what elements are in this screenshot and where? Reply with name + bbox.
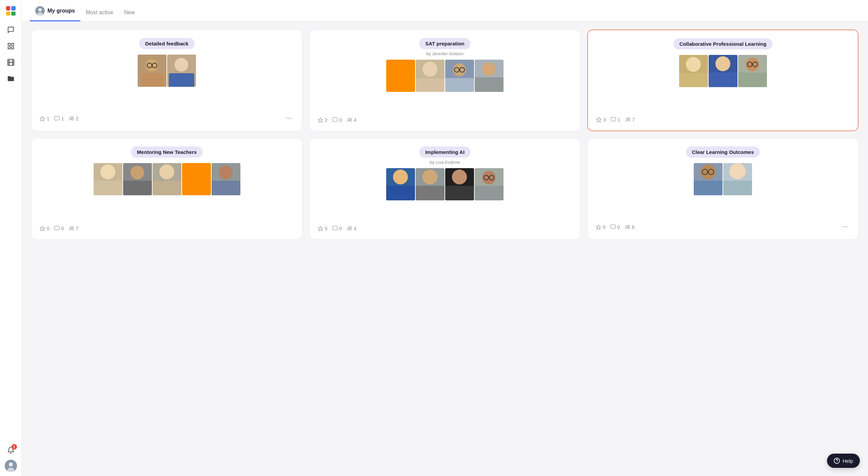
svg-rect-66 [123,181,152,195]
svg-rect-97 [694,181,723,195]
svg-rect-51 [709,73,737,87]
svg-rect-82 [416,186,445,200]
svg-point-30 [72,117,73,118]
svg-point-81 [422,170,437,184]
stars-count: 0 [596,224,606,230]
svg-rect-43 [333,118,337,121]
svg-point-16 [38,8,42,12]
app-logo[interactable] [4,4,18,18]
member-photo-1 [679,55,708,87]
tab-new[interactable]: New [119,3,140,21]
members-count: 4 [347,226,357,231]
svg-rect-48 [679,73,708,87]
member-photo-3 [445,168,474,200]
member-photo-2 [416,168,445,200]
folder-icon[interactable] [4,72,18,85]
card-footer: 2 0 4 [318,112,572,123]
comments-count: 1 [611,117,620,122]
svg-rect-36 [445,78,474,92]
member-photos [318,60,572,112]
group-title-badge: Detailed feedback [139,38,195,49]
member-photo-2 [709,55,737,87]
film-icon[interactable] [4,56,18,69]
notification-wrapper[interactable]: 2 [4,443,18,457]
members-count: 2 [69,116,79,121]
member-photo-orange [386,60,415,92]
help-label: Help [843,458,853,464]
tab-most-active[interactable]: Most active [80,3,119,21]
group-title-wrap: Collaborative Professional Learning [596,38,850,49]
help-button[interactable]: Help [827,454,860,468]
group-card-clear-learning[interactable]: Clear Learning Outcomes [587,138,859,240]
comments-count: 0 [610,224,620,230]
member-photo-4 [475,168,504,200]
stars-count: 0 [40,226,50,231]
tab-most-active-label: Most active [86,9,113,16]
card-spacer [596,195,850,217]
svg-rect-88 [475,186,504,200]
svg-rect-104 [611,225,615,229]
sidebar: 2 [0,0,22,476]
svg-point-106 [628,225,629,227]
svg-marker-42 [318,118,323,122]
card-footer: 3 1 7 [596,112,850,122]
group-title-badge: Implementing AI [419,146,471,158]
member-photo-2 [416,60,445,92]
member-photo-2 [123,163,152,195]
member-photo-5 [212,163,240,195]
svg-point-108 [836,461,837,462]
svg-rect-20 [141,73,163,87]
member-photo-3 [153,163,181,195]
member-photo-2 [723,163,752,195]
svg-rect-33 [416,78,445,92]
member-photos [596,163,850,195]
tab-my-groups[interactable]: My groups [30,0,80,21]
group-card-mentoring[interactable]: Mentoring New Teachers [31,138,302,240]
svg-rect-41 [475,77,504,92]
more-options-button[interactable]: ··· [284,114,294,123]
tabs-bar: My groups Most active New [22,0,868,21]
more-options-button[interactable]: ··· [840,223,850,231]
help-icon [834,458,840,464]
svg-point-40 [482,62,496,76]
svg-point-50 [715,56,730,71]
member-photo-1 [694,163,723,195]
group-subtitle: by Lisa Kudrow [318,160,572,165]
svg-rect-85 [445,186,474,200]
tab-new-label: New [124,9,135,16]
group-card-collaborative[interactable]: Collaborative Professional Learning [587,29,859,131]
groups-grid: Detailed feedback [31,29,859,240]
stars-count: 1 [40,116,50,121]
svg-rect-3 [8,47,10,49]
sidebar-bottom: 2 [4,443,18,472]
svg-point-60 [628,118,630,120]
group-title-badge: Clear Learning Outcomes [686,146,760,158]
member-photo-1 [94,163,122,195]
group-title-badge: Collaborative Professional Learning [673,38,773,49]
grid-icon[interactable] [4,39,18,53]
svg-marker-91 [318,226,323,231]
svg-rect-92 [333,226,337,230]
svg-rect-58 [611,117,616,121]
group-card-detailed-feedback[interactable]: Detailed feedback [31,29,302,131]
group-subtitle: by Jennifer Aniston [318,51,572,56]
comments-count: 0 [332,117,342,123]
svg-rect-69 [153,181,181,195]
svg-point-62 [100,164,115,179]
card-spacer [40,195,294,220]
svg-rect-54 [738,73,767,87]
group-card-implementing-ai[interactable]: Implementing AI by Lisa Kudrow [309,138,580,240]
member-photo-2 [167,55,196,87]
members-count: 7 [625,117,635,122]
comments-count: 0 [54,226,64,231]
svg-marker-73 [40,226,45,231]
card-spacer [596,87,850,112]
member-photos [596,55,850,87]
user-avatar[interactable] [5,460,17,472]
svg-point-101 [729,163,746,179]
group-card-sat-preparation[interactable]: SAT preparation by Jennifer Aniston [309,29,580,131]
chat-icon[interactable] [4,23,18,37]
tab-avatar [35,6,45,16]
card-footer: 0 0 7 [40,220,294,231]
svg-marker-27 [40,116,45,121]
